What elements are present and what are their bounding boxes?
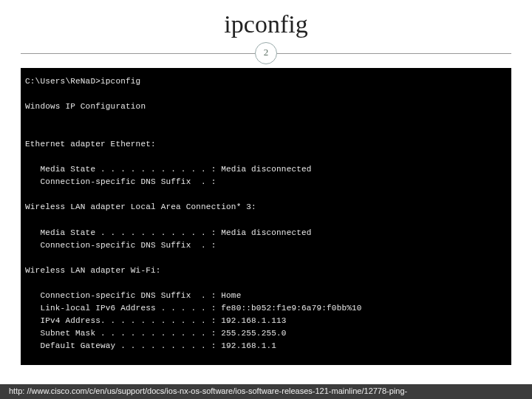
slide: ipconfig 2 C:\Users\ReNaD>ipconfig Windo… [0, 0, 532, 399]
slide-title: ipconfig [0, 0, 532, 43]
divider-row: 2 [0, 43, 532, 64]
footer-url: http: //www.cisco.com/c/en/us/support/do… [0, 384, 532, 399]
terminal-output: C:\Users\ReNaD>ipconfig Windows IP Confi… [21, 68, 511, 365]
page-number-badge: 2 [255, 42, 277, 64]
